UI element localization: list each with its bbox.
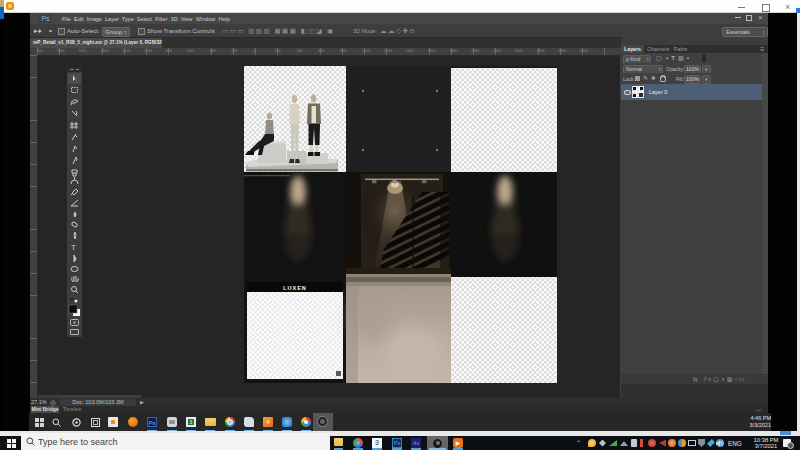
svg-text:T: T	[71, 243, 76, 252]
svg-text:LUXEN: LUXEN	[283, 285, 307, 291]
